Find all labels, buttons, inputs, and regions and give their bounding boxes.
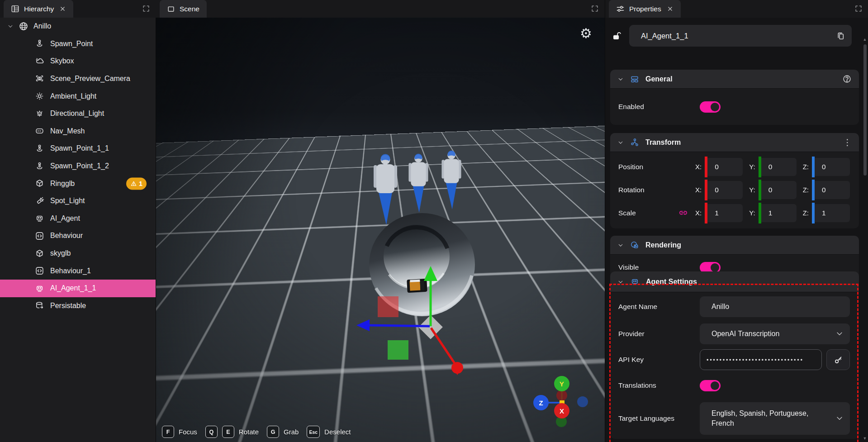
hierarchy-item-spawn_point[interactable]: Spawn_Point [0, 35, 156, 53]
spawn-point-icon [34, 144, 44, 153]
hierarchy-item-ringglb[interactable]: Ringglb1 [0, 175, 156, 192]
hierarchy-item-scene_preview_camera[interactable]: Scene_Preview_Camera [0, 70, 156, 88]
position-y-input[interactable]: 0 [761, 158, 797, 176]
transform-rows: PositionX:0Y:0Z:0RotationX:0Y:0Z:0ScaleX… [610, 152, 859, 228]
transform-row-scale: ScaleX:1Y:1Z:1 [610, 201, 859, 224]
hierarchy-item-behaviour[interactable]: Behaviour [0, 227, 156, 245]
mesh-icon [34, 179, 44, 188]
orientation-gizmo[interactable]: Y Z X [533, 376, 588, 427]
enabled-toggle[interactable] [700, 101, 721, 113]
properties-scrollbar[interactable]: ▲ ▼ [862, 37, 868, 441]
expand-panel-icon[interactable] [142, 5, 151, 13]
rotation-y-group: Y:0 [749, 180, 796, 200]
ambient-light-icon [34, 91, 44, 101]
hierarchy-item-label: Scene_Preview_Camera [50, 75, 130, 83]
hierarchy-item-spawn_point_1_2[interactable]: Spawn_Point_1_2 [0, 157, 156, 175]
chevron-down-icon[interactable] [617, 139, 624, 146]
scene-objects: Y Z X [156, 18, 605, 442]
expand-viewport-icon[interactable] [591, 5, 599, 13]
warning-count: 1 [139, 180, 142, 187]
hierarchy-item-behaviour_1[interactable]: Behaviour_1 [0, 262, 156, 280]
globe-icon [19, 21, 28, 31]
hierarchy-item-ai_agent[interactable]: AI_Agent [0, 210, 156, 228]
tab-scene-label: Scene [180, 5, 199, 13]
rotation-x-group: X:0 [695, 180, 743, 200]
section-agent-settings: Agent Settings Agent Name Provider OpenA… [610, 271, 859, 439]
rotation-y-input[interactable]: 0 [761, 181, 797, 199]
hierarchy-item-label: Nav_Mesh [50, 127, 85, 135]
expand-panel-icon[interactable] [854, 5, 863, 13]
chevron-down-icon[interactable] [617, 279, 624, 285]
copy-icon[interactable] [836, 31, 845, 41]
transform-row-label: Position [618, 163, 678, 171]
scroll-up-icon[interactable]: ▲ [863, 37, 867, 42]
tab-hierarchy[interactable]: Hierarchy [4, 0, 73, 18]
link-scale-icon[interactable] [678, 208, 688, 218]
scrollbar-thumb[interactable] [863, 44, 867, 176]
svg-text:Y: Y [560, 380, 564, 388]
scene-window-icon [167, 5, 175, 13]
hierarchy-item-nav_mesh[interactable]: Nav_Mesh [0, 123, 156, 140]
hierarchy-item-ai_agent_1_1[interactable]: AI_Agent_1_1 [0, 280, 156, 297]
section-general-header[interactable]: General [610, 70, 859, 89]
help-icon[interactable] [842, 74, 852, 84]
target-languages-select[interactable]: English, Spanish, Portuguese, French [700, 402, 850, 435]
directional-light-icon [34, 109, 44, 119]
hierarchy-item-directional_light[interactable]: Directional_Light [0, 105, 156, 123]
section-rendering-header[interactable]: Rendering [610, 236, 859, 255]
axis-prefix: Y: [749, 186, 755, 194]
hierarchy-item-skybox[interactable]: Skybox [0, 52, 156, 70]
axis-color-bar [759, 203, 761, 223]
gear-icon[interactable]: ⚙ [580, 27, 592, 40]
hierarchy-root-anillo[interactable]: Anillo [0, 18, 156, 35]
chevron-down-icon[interactable] [617, 242, 624, 248]
shortcut-label-grab: Grab [284, 428, 299, 436]
scene-viewport[interactable]: Y Z X ⚙ FFocusQERotateGGrabEscDeselect [156, 18, 605, 442]
rotation-x-input[interactable]: 0 [707, 181, 743, 199]
spawn-point-icon [34, 39, 44, 48]
position-z-input[interactable]: 0 [815, 158, 850, 176]
tab-properties[interactable]: Properties [609, 0, 681, 18]
api-key-reveal-button[interactable] [826, 349, 850, 370]
agent-settings-icon [630, 277, 640, 286]
position-x-input[interactable]: 0 [707, 158, 743, 176]
axis-prefix: X: [695, 163, 702, 171]
hierarchy-item-spot_light[interactable]: Spot_Light [0, 192, 156, 210]
tab-hierarchy-label: Hierarchy [24, 5, 54, 13]
axis-prefix: X: [695, 209, 702, 217]
provider-value: OpenAI Transcription [711, 329, 784, 339]
hierarchy-root-label: Anillo [33, 22, 51, 30]
kebab-menu-icon[interactable]: ⋮ [843, 138, 852, 147]
chevron-down-icon[interactable] [7, 23, 14, 29]
section-transform-header[interactable]: Transform ⋮ [610, 133, 859, 152]
rotation-z-group: Z:0 [803, 180, 850, 200]
gizmo-plane-xz [388, 340, 408, 360]
close-icon[interactable] [59, 5, 66, 12]
lock-open-icon[interactable] [612, 31, 622, 41]
section-transform: Transform ⋮ PositionX:0Y:0Z:0RotationX:0… [610, 133, 859, 228]
scale-y-input[interactable]: 1 [761, 204, 797, 222]
hierarchy-item-spawn_point_1_1[interactable]: Spawn_Point_1_1 [0, 140, 156, 157]
tab-scene[interactable]: Scene [160, 0, 207, 18]
agent-name-input[interactable] [700, 296, 850, 317]
scale-z-input[interactable]: 1 [815, 204, 850, 222]
section-agent-header[interactable]: Agent Settings [610, 271, 859, 292]
scale-x-input[interactable]: 1 [707, 204, 743, 222]
entity-name-field[interactable]: AI_Agent_1_1 [629, 25, 852, 47]
hierarchy-item-persistable[interactable]: Persistable [0, 297, 156, 315]
hierarchy-item-ambient_light[interactable]: Ambient_Light [0, 87, 156, 105]
transform-row-label: Rotation [618, 186, 678, 194]
axis-prefix: Y: [749, 163, 755, 171]
hierarchy-item-label: Skybox [50, 57, 74, 65]
hierarchy-item-skyglb[interactable]: skyglb [0, 245, 156, 262]
scroll-down-icon[interactable]: ▼ [863, 436, 867, 441]
warning-badge[interactable]: 1 [126, 177, 147, 190]
hierarchy-tree-icon [11, 5, 19, 13]
close-icon[interactable] [667, 5, 674, 12]
translations-toggle[interactable] [700, 380, 721, 391]
chevron-down-icon[interactable] [617, 76, 624, 82]
provider-select[interactable]: OpenAI Transcription [700, 323, 850, 344]
properties-body: AI_Agent_1_1 General Enabled [605, 18, 868, 442]
api-key-input[interactable]: •••••••••••••••••••••••••••••• [700, 349, 822, 370]
rotation-z-input[interactable]: 0 [815, 181, 850, 199]
